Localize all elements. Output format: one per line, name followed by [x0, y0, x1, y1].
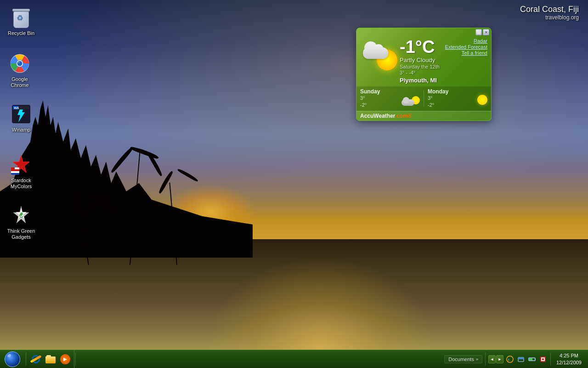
location-name: Coral Coast, Fiji [520, 5, 579, 14]
tray-arrows: ◄ ► [488, 355, 503, 363]
tray-icon-3-svg [528, 356, 536, 363]
tray-left-arrow-button[interactable]: ◄ [488, 355, 496, 363]
tray-icon-2[interactable] [516, 355, 526, 364]
location-site: travelblog.org [520, 14, 579, 21]
svg-rect-24 [529, 358, 532, 360]
forecast-monday-high: 3° [428, 95, 433, 102]
weather-widget: ⬜ ✕ -1°C Partly Cloudy Saturday the 12th… [356, 28, 492, 121]
svg-rect-23 [535, 359, 536, 360]
clock-time: 4:25 PM [560, 352, 578, 359]
recycle-bin-icon[interactable]: ♻ Recycle Bin [5, 5, 38, 38]
weather-icon-area [358, 38, 400, 75]
weather-location: Plymouth, MI [400, 77, 445, 84]
think-green-svg [11, 205, 31, 225]
radar-link[interactable]: Radar [474, 38, 487, 44]
svg-rect-14 [15, 169, 19, 171]
tray-icon-4-svg [539, 356, 547, 363]
winamp-label: Winamp [12, 127, 30, 133]
svg-rect-13 [15, 167, 19, 169]
ie-icon [31, 354, 41, 364]
think-green-icon-image [10, 204, 32, 226]
think-green-label: Think GreenGadgets [7, 228, 35, 240]
winamp-icon[interactable]: WA Winamp [5, 101, 38, 135]
folder-body [45, 356, 56, 363]
tray-icon-1-svg: ! [506, 356, 514, 363]
quick-launch-bar: ▶ [27, 350, 74, 368]
recycle-symbol: ♻ [17, 14, 23, 23]
svg-rect-21 [518, 357, 524, 359]
cloud-icon [361, 43, 390, 59]
chrome-svg [10, 53, 30, 74]
sunday-puff-small [403, 97, 409, 104]
forecast-monday-low: -2° [428, 102, 434, 109]
recycle-bin-image: ♻ [10, 6, 32, 29]
accu-suffix: .com® [395, 113, 412, 119]
media-player-icon: ▶ [60, 354, 70, 364]
taskbar-right: Documents » ◄ ► ! [441, 350, 588, 368]
ie-quicklaunch-button[interactable] [29, 352, 43, 366]
bin-body: ♻ [13, 12, 29, 28]
weather-titlebar: ⬜ ✕ [356, 28, 491, 36]
tell-friend-link[interactable]: Tell a friend [462, 50, 487, 56]
start-globe-icon [5, 351, 20, 367]
svg-rect-27 [542, 358, 544, 360]
svg-rect-15 [11, 171, 19, 173]
tray-icon-3[interactable] [527, 355, 537, 364]
start-button[interactable] [0, 350, 25, 368]
forecast-monday-icon [468, 88, 487, 107]
clock-date: 12/12/2009 [556, 359, 582, 366]
accu-brand: AccuWeather [360, 113, 395, 119]
stardock-svg [11, 155, 31, 175]
clock-area[interactable]: 4:25 PM 12/12/2009 [554, 351, 584, 367]
stardock-icon-image [10, 154, 32, 176]
weather-footer: AccuWeather.com® [356, 111, 491, 121]
forecast-sunday-name: Sunday [360, 88, 380, 95]
weather-info: -1°C Partly Cloudy Saturday the 12th 3° … [400, 38, 445, 84]
extended-forecast-link[interactable]: Extended Forecast [445, 44, 487, 50]
weather-forecast: Sunday 3° -2° Monday 3° -2° [356, 86, 491, 111]
weather-links: Radar Extended Forecast Tell a friend [445, 38, 487, 56]
taskbar-divider-2 [75, 353, 76, 366]
cloud-body [363, 47, 388, 59]
folder-quicklaunch-button[interactable] [44, 352, 57, 366]
chrome-label: Google Chrome [5, 76, 34, 88]
tray-right-arrow-button[interactable]: ► [496, 355, 503, 363]
folder-icon [45, 355, 56, 363]
forecast-sunday: Sunday 3° -2° [360, 88, 397, 109]
weather-condition: Partly Cloudy [400, 57, 445, 63]
stardock-icon[interactable]: Stardock MyColors [5, 152, 38, 191]
weather-main: -1°C Partly Cloudy Saturday the 12th 3° … [356, 36, 491, 86]
svg-point-4 [18, 62, 20, 63]
taskbar-programs-area [77, 350, 441, 368]
forecast-monday-name: Monday [428, 88, 448, 95]
chrome-icon-image [9, 52, 31, 75]
accuweather-logo: AccuWeather.com® [360, 113, 412, 119]
tray-icon-2-svg [517, 356, 525, 363]
media-player-quicklaunch-button[interactable]: ▶ [58, 352, 72, 366]
taskbar-divider-1 [26, 353, 26, 366]
desktop: Coral Coast, Fiji travelblog.org ♻ Recyc… [0, 0, 588, 368]
svg-rect-12 [11, 167, 15, 171]
recycle-bin-label: Recycle Bin [8, 30, 34, 36]
svg-text:!: ! [508, 358, 509, 362]
think-green-gadgets-icon[interactable]: Think GreenGadgets [5, 202, 38, 242]
weather-restore-button[interactable]: ⬜ [475, 29, 482, 35]
tray-icon-4[interactable] [538, 355, 548, 364]
google-chrome-icon[interactable]: Google Chrome [3, 51, 36, 90]
taskbar-divider-3 [485, 353, 486, 366]
weather-range: 3° - -4° [400, 70, 445, 75]
documents-label: Documents [448, 356, 474, 362]
forecast-sunday-icon [401, 88, 420, 107]
documents-chevron-icon: » [476, 357, 478, 362]
forecast-monday: Monday 3° -2° [428, 88, 464, 109]
documents-button[interactable]: Documents » [444, 355, 482, 363]
winamp-icon-image: WA [10, 103, 32, 125]
taskbar-divider-4 [550, 353, 551, 366]
tray-icon-1[interactable]: ! [505, 355, 514, 364]
location-text: Coral Coast, Fiji travelblog.org [520, 5, 579, 21]
weather-temperature: -1°C [400, 38, 445, 56]
weather-close-button[interactable]: ✕ [483, 29, 489, 35]
recycle-bin-graphic: ♻ [11, 7, 31, 28]
svg-point-3 [17, 61, 23, 66]
svg-text:WA: WA [14, 106, 19, 109]
